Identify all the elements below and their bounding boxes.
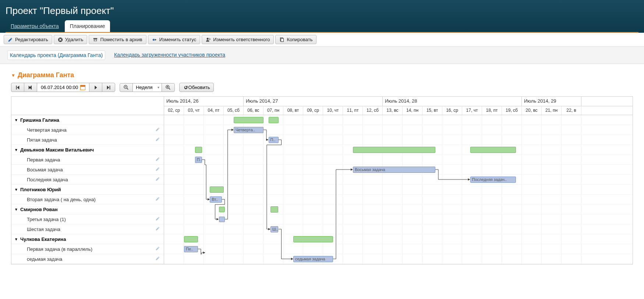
calendar-icon[interactable] bbox=[80, 85, 85, 90]
gantt-chart: ▼Гришина ГалинаЧетвертая задачаПятая зад… bbox=[11, 96, 633, 264]
day-header: 20, вс bbox=[522, 106, 542, 115]
subtabs: Календарь проекта (Диаграмма Ганта)Кален… bbox=[0, 46, 644, 64]
timeline-row bbox=[164, 234, 633, 244]
timeline-row bbox=[164, 145, 633, 155]
task-row[interactable]: Восьмая задача bbox=[11, 165, 164, 175]
day-header: 17, чт bbox=[462, 106, 482, 115]
edit-icon[interactable] bbox=[154, 127, 162, 133]
edit-icon[interactable] bbox=[154, 246, 162, 252]
nav-group: 06.07.2014 00:00 bbox=[11, 83, 115, 92]
day-header: 14, пн bbox=[403, 106, 422, 115]
date-input[interactable]: 06.07.2014 00:00 bbox=[37, 83, 89, 92]
collapse-icon[interactable]: ▼ bbox=[14, 237, 19, 241]
week-header: Июль 2014, 29 bbox=[522, 97, 581, 106]
week-header: Июль 2014, 27 bbox=[244, 97, 383, 106]
task-bar[interactable]: П.. bbox=[269, 137, 279, 143]
task-bar[interactable]: седьмая задача bbox=[293, 256, 333, 262]
subtab[interactable]: Календарь проекта (Диаграмма Ганта) bbox=[7, 50, 105, 60]
task-row[interactable]: седьмая задача bbox=[11, 254, 164, 264]
archive-button[interactable]: Поместить в архив bbox=[89, 35, 146, 44]
delete-button[interactable]: Удалить bbox=[54, 35, 88, 44]
nav-last-button[interactable] bbox=[102, 83, 115, 92]
zoom-in-button[interactable] bbox=[162, 83, 174, 92]
group-row[interactable]: ▼Гришина Галина bbox=[11, 115, 164, 125]
day-header: 08, вт bbox=[283, 106, 303, 115]
day-header: 10, чт bbox=[323, 106, 343, 115]
summary-bar[interactable] bbox=[219, 207, 225, 212]
task-row[interactable]: Третья задача (1) bbox=[11, 214, 164, 224]
zoom-out-button[interactable] bbox=[120, 83, 133, 92]
task-row[interactable]: Пятая задача bbox=[11, 135, 164, 145]
group-row[interactable]: ▼Демьянов Максим Витальевич bbox=[11, 145, 164, 155]
copy-button[interactable]: Копировать bbox=[275, 35, 316, 44]
day-header: 16, ср bbox=[442, 106, 462, 115]
subtab[interactable]: Календарь загруженности участников проек… bbox=[112, 50, 227, 60]
page-title: Проект "Первый проект" bbox=[6, 0, 638, 20]
responsible-button[interactable]: Изменить ответственного bbox=[202, 35, 274, 44]
task-bar[interactable]: Четверта.. bbox=[234, 127, 263, 133]
summary-bar[interactable] bbox=[293, 236, 333, 242]
timeline-row: Вт.. bbox=[164, 195, 633, 204]
group-row[interactable]: ▼Смирнов Рован bbox=[11, 204, 164, 214]
nav-prev-button[interactable] bbox=[24, 83, 37, 92]
edit-button[interactable]: Редактировать bbox=[4, 35, 52, 44]
zoom-group: Неделя bbox=[120, 83, 174, 92]
task-row[interactable]: Вторая задача ( на день, одна) bbox=[11, 195, 164, 204]
edit-icon[interactable] bbox=[154, 196, 162, 202]
status-button[interactable]: Изменить статус bbox=[148, 35, 200, 44]
summary-bar[interactable] bbox=[195, 147, 202, 153]
task-bar[interactable]: Ш.. bbox=[270, 226, 279, 232]
day-header: 06, вс bbox=[244, 106, 263, 115]
collapse-icon[interactable]: ▼ bbox=[14, 207, 19, 211]
day-header: 18, пт bbox=[482, 106, 502, 115]
task-row[interactable]: Четвертая задача bbox=[11, 125, 164, 135]
task-bar[interactable] bbox=[219, 217, 225, 222]
task-bar[interactable]: Вт.. bbox=[210, 196, 222, 203]
task-bar[interactable]: Последняя задач.. bbox=[470, 177, 516, 183]
day-header: 19, сб bbox=[502, 106, 522, 115]
timeline-row: Последняя задач.. bbox=[164, 175, 633, 185]
task-row[interactable]: Первая задача bbox=[11, 155, 164, 165]
refresh-button[interactable]: Обновить bbox=[180, 83, 214, 92]
main-tab[interactable]: Планирование bbox=[65, 20, 110, 32]
nav-first-button[interactable] bbox=[11, 83, 24, 92]
task-row[interactable]: Шестая задача bbox=[11, 224, 164, 234]
panel-title[interactable]: ▼ Диаграмма Ганта bbox=[11, 71, 633, 79]
edit-icon[interactable] bbox=[154, 137, 162, 143]
panel-title-text: Диаграмма Ганта bbox=[18, 71, 74, 79]
group-row[interactable]: ▼Плотников Юрий bbox=[11, 185, 164, 195]
day-header: 03, чт bbox=[184, 106, 204, 115]
edit-icon[interactable] bbox=[154, 167, 162, 172]
timeline-row bbox=[164, 204, 633, 214]
zoom-select[interactable]: Неделя bbox=[133, 83, 162, 92]
summary-bar[interactable] bbox=[353, 147, 435, 153]
toolbar: РедактироватьУдалитьПоместить в архивИзм… bbox=[0, 33, 644, 46]
refresh-icon bbox=[183, 85, 188, 90]
summary-bar[interactable] bbox=[270, 206, 279, 213]
edit-icon[interactable] bbox=[154, 157, 162, 163]
task-row[interactable]: Первая задача (в параллель) bbox=[11, 244, 164, 254]
summary-bar[interactable] bbox=[210, 186, 224, 193]
task-bar[interactable]: Восьмая задача bbox=[353, 167, 435, 173]
disclose-icon[interactable]: ▼ bbox=[11, 73, 15, 78]
group-row[interactable]: ▼Чулкова Екатерина bbox=[11, 234, 164, 244]
edit-icon[interactable] bbox=[154, 177, 162, 182]
nav-next-button[interactable] bbox=[89, 83, 102, 92]
timeline-row: Четверта.. bbox=[164, 125, 633, 135]
summary-bar[interactable] bbox=[184, 236, 198, 242]
collapse-icon[interactable]: ▼ bbox=[14, 118, 19, 122]
summary-bar[interactable] bbox=[470, 147, 516, 153]
edit-icon[interactable] bbox=[154, 256, 162, 262]
main-tab[interactable]: Параметры объекта bbox=[6, 20, 64, 32]
summary-bar[interactable] bbox=[234, 117, 263, 123]
task-row[interactable]: Последняя задача bbox=[11, 175, 164, 185]
summary-bar[interactable] bbox=[269, 117, 279, 123]
collapse-icon[interactable]: ▼ bbox=[14, 148, 19, 152]
timeline-row: Пе.. bbox=[164, 244, 633, 254]
date-value: 06.07.2014 00:00 bbox=[41, 85, 78, 90]
edit-icon[interactable] bbox=[154, 226, 162, 232]
task-bar[interactable]: П.. bbox=[195, 157, 202, 163]
collapse-icon[interactable]: ▼ bbox=[14, 188, 19, 192]
task-bar[interactable]: Пе.. bbox=[184, 246, 198, 252]
edit-icon[interactable] bbox=[154, 216, 162, 222]
